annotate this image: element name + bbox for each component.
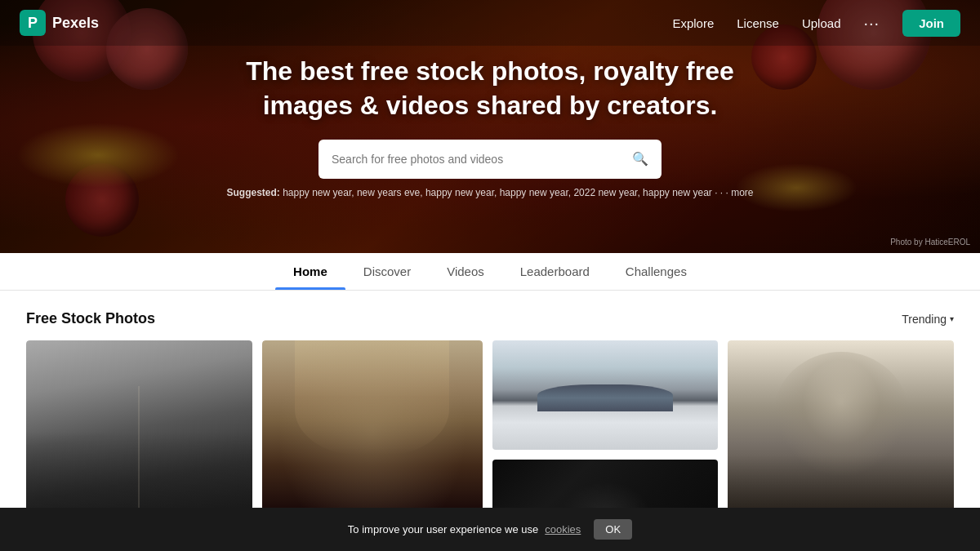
navbar: P Pexels Explore License Upload ··· Join xyxy=(0,0,980,46)
hero-suggestions: Suggested: happy new year, new years eve… xyxy=(220,187,760,198)
photo-credit: Photo by HaticeEROL xyxy=(890,238,970,247)
navbar-links: Explore License Upload ··· Join xyxy=(672,10,960,37)
tab-discover[interactable]: Discover xyxy=(345,253,429,290)
search-bar: 🔍 xyxy=(318,140,662,179)
nav-explore[interactable]: Explore xyxy=(672,16,714,30)
trending-button[interactable]: Trending ▾ xyxy=(902,313,954,326)
tab-videos[interactable]: Videos xyxy=(429,253,502,290)
chevron-down-icon: ▾ xyxy=(950,314,954,323)
section-header: Free Stock Photos Trending ▾ xyxy=(26,310,954,327)
photo-landscape[interactable] xyxy=(492,340,719,450)
more-options-icon[interactable]: ··· xyxy=(863,15,880,31)
nav-upload[interactable]: Upload xyxy=(802,16,841,30)
search-input[interactable] xyxy=(332,153,632,166)
nav-license[interactable]: License xyxy=(737,16,779,30)
logo-icon: P xyxy=(20,10,46,36)
tab-leaderboard[interactable]: Leaderboard xyxy=(502,253,608,290)
hero-title: The best free stock photos, royalty free… xyxy=(220,55,760,122)
cookie-banner: To improve your user experience we use c… xyxy=(0,508,980,551)
tabs-bar: Home Discover Videos Leaderboard Challen… xyxy=(0,253,980,291)
tab-challenges[interactable]: Challenges xyxy=(608,253,705,290)
logo-link[interactable]: P Pexels xyxy=(20,10,99,36)
section-title: Free Stock Photos xyxy=(26,310,155,327)
join-button[interactable]: Join xyxy=(902,10,960,37)
cookie-link[interactable]: cookies xyxy=(545,523,581,535)
cookie-message: To improve your user experience we use xyxy=(348,523,538,535)
suggestion-link[interactable]: happy new year, new years eve, happy new… xyxy=(283,187,753,198)
cookie-ok-button[interactable]: OK xyxy=(594,519,632,540)
hero-content: The best free stock photos, royalty free… xyxy=(204,55,776,198)
tab-home[interactable]: Home xyxy=(275,253,345,290)
search-icon[interactable]: 🔍 xyxy=(632,151,648,167)
logo-text: Pexels xyxy=(52,15,99,32)
